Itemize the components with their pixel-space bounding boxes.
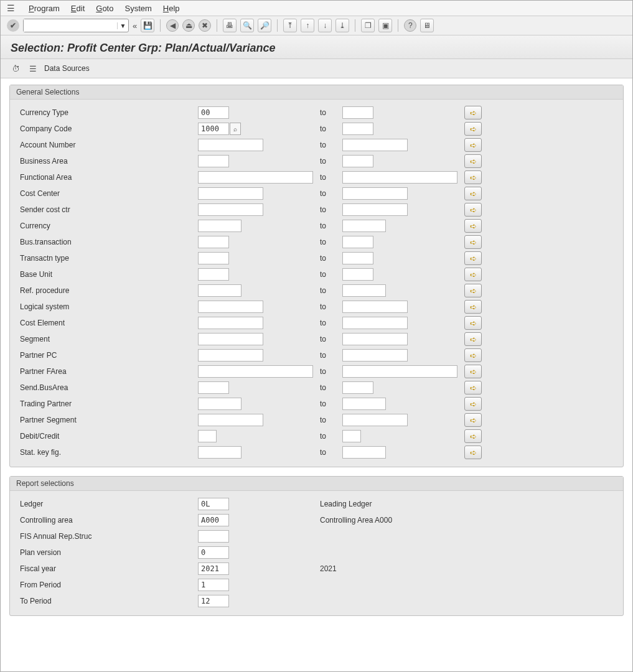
value-input[interactable] bbox=[198, 530, 229, 543]
multiple-selection-icon[interactable]: ➪ bbox=[464, 251, 482, 265]
multiple-selection-icon[interactable]: ➪ bbox=[464, 446, 482, 459]
to-input[interactable] bbox=[342, 349, 408, 362]
command-input[interactable] bbox=[24, 19, 117, 32]
to-input[interactable] bbox=[342, 430, 361, 442]
to-input[interactable] bbox=[342, 414, 408, 426]
multiple-selection-icon[interactable]: ➪ bbox=[464, 348, 482, 362]
multiple-selection-icon[interactable]: ➪ bbox=[464, 138, 482, 152]
multiple-selection-icon[interactable]: ➪ bbox=[464, 219, 482, 233]
from-input[interactable] bbox=[198, 446, 241, 459]
find-icon[interactable]: 🔍 bbox=[240, 19, 254, 32]
multiple-selection-icon[interactable]: ➪ bbox=[464, 203, 482, 217]
from-input[interactable] bbox=[198, 252, 229, 264]
execute-icon[interactable]: ⏱ bbox=[9, 63, 22, 74]
from-input[interactable] bbox=[198, 430, 217, 442]
value-input[interactable] bbox=[198, 514, 229, 526]
from-input[interactable] bbox=[198, 268, 229, 281]
from-input[interactable] bbox=[198, 187, 263, 200]
value-input[interactable] bbox=[198, 562, 229, 575]
to-input[interactable] bbox=[342, 381, 373, 394]
to-input[interactable] bbox=[342, 203, 408, 216]
from-input[interactable] bbox=[198, 284, 241, 297]
to-input[interactable] bbox=[342, 446, 386, 459]
menu-goto[interactable]: Goto bbox=[96, 4, 113, 13]
multiple-selection-icon[interactable]: ➪ bbox=[464, 154, 482, 168]
to-input[interactable] bbox=[342, 220, 386, 232]
from-input[interactable] bbox=[198, 236, 229, 248]
from-input[interactable] bbox=[198, 106, 229, 119]
multiple-selection-icon[interactable]: ➪ bbox=[464, 106, 482, 119]
command-field[interactable]: ▼ bbox=[23, 19, 129, 32]
from-input[interactable] bbox=[198, 349, 263, 362]
from-input[interactable] bbox=[198, 398, 241, 410]
from-input[interactable] bbox=[198, 203, 263, 216]
back-icon[interactable]: ◀ bbox=[166, 19, 179, 32]
from-input[interactable] bbox=[198, 220, 241, 232]
to-input[interactable] bbox=[342, 236, 373, 248]
menu-program[interactable]: Program bbox=[29, 4, 60, 13]
to-input[interactable] bbox=[342, 333, 408, 345]
variant-icon[interactable]: ☰ bbox=[27, 63, 39, 74]
from-input[interactable] bbox=[198, 139, 263, 151]
multiple-selection-icon[interactable]: ➪ bbox=[464, 170, 482, 184]
data-sources-button[interactable]: Data Sources bbox=[44, 64, 90, 73]
layout-icon[interactable]: 🖥 bbox=[420, 19, 434, 32]
menu-edit[interactable]: Edit bbox=[71, 4, 85, 13]
help-icon[interactable]: ? bbox=[404, 19, 416, 32]
new-session-icon[interactable]: ❐ bbox=[361, 19, 375, 32]
to-input[interactable] bbox=[342, 139, 408, 151]
print-icon[interactable]: 🖶 bbox=[223, 19, 237, 32]
from-input[interactable] bbox=[198, 365, 313, 378]
to-input[interactable] bbox=[342, 398, 386, 410]
next-page-icon[interactable]: ↓ bbox=[318, 19, 332, 32]
multiple-selection-icon[interactable]: ➪ bbox=[464, 122, 482, 136]
menu-help[interactable]: Help bbox=[163, 4, 180, 13]
from-input[interactable] bbox=[198, 414, 263, 426]
to-input[interactable] bbox=[342, 284, 386, 297]
to-input[interactable] bbox=[342, 268, 373, 281]
from-input[interactable] bbox=[198, 301, 263, 313]
to-input[interactable] bbox=[342, 301, 408, 313]
multiple-selection-icon[interactable]: ➪ bbox=[464, 413, 482, 427]
command-dropdown-icon[interactable]: ▼ bbox=[117, 22, 128, 29]
to-input[interactable] bbox=[342, 123, 373, 135]
from-input[interactable] bbox=[198, 123, 229, 135]
window-menu-icon[interactable]: ☰ bbox=[7, 3, 15, 13]
multiple-selection-icon[interactable]: ➪ bbox=[464, 397, 482, 411]
value-input[interactable] bbox=[198, 579, 229, 591]
to-input[interactable] bbox=[342, 171, 457, 184]
multiple-selection-icon[interactable]: ➪ bbox=[464, 316, 482, 330]
from-input[interactable] bbox=[198, 171, 313, 184]
save-icon[interactable]: 💾 bbox=[141, 19, 154, 32]
multiple-selection-icon[interactable]: ➪ bbox=[464, 268, 482, 281]
to-input[interactable] bbox=[342, 252, 373, 264]
multiple-selection-icon[interactable]: ➪ bbox=[464, 332, 482, 346]
from-input[interactable] bbox=[198, 317, 263, 329]
find-next-icon[interactable]: 🔎 bbox=[258, 19, 271, 32]
exit-icon[interactable]: ⏏ bbox=[182, 19, 195, 32]
from-input[interactable] bbox=[198, 155, 229, 167]
search-help-icon[interactable]: ⌕ bbox=[230, 123, 241, 135]
value-input[interactable] bbox=[198, 498, 229, 510]
from-input[interactable] bbox=[198, 381, 229, 394]
value-input[interactable] bbox=[198, 595, 229, 607]
shortcut-icon[interactable]: ▣ bbox=[378, 19, 392, 32]
from-input[interactable] bbox=[198, 333, 263, 345]
multiple-selection-icon[interactable]: ➪ bbox=[464, 381, 482, 394]
prev-page-icon[interactable]: ↑ bbox=[301, 19, 314, 32]
first-page-icon[interactable]: ⤒ bbox=[283, 19, 297, 32]
to-input[interactable] bbox=[342, 317, 408, 329]
multiple-selection-icon[interactable]: ➪ bbox=[464, 235, 482, 249]
multiple-selection-icon[interactable]: ➪ bbox=[464, 187, 482, 200]
to-input[interactable] bbox=[342, 187, 408, 200]
cancel-icon[interactable]: ✖ bbox=[199, 19, 211, 32]
multiple-selection-icon[interactable]: ➪ bbox=[464, 365, 482, 378]
to-input[interactable] bbox=[342, 365, 457, 378]
enter-icon[interactable]: ✔ bbox=[7, 19, 19, 32]
to-input[interactable] bbox=[342, 155, 373, 167]
to-input[interactable] bbox=[342, 106, 373, 119]
value-input[interactable] bbox=[198, 546, 229, 559]
multiple-selection-icon[interactable]: ➪ bbox=[464, 284, 482, 297]
last-page-icon[interactable]: ⤓ bbox=[335, 19, 349, 32]
menu-system[interactable]: System bbox=[124, 4, 151, 13]
